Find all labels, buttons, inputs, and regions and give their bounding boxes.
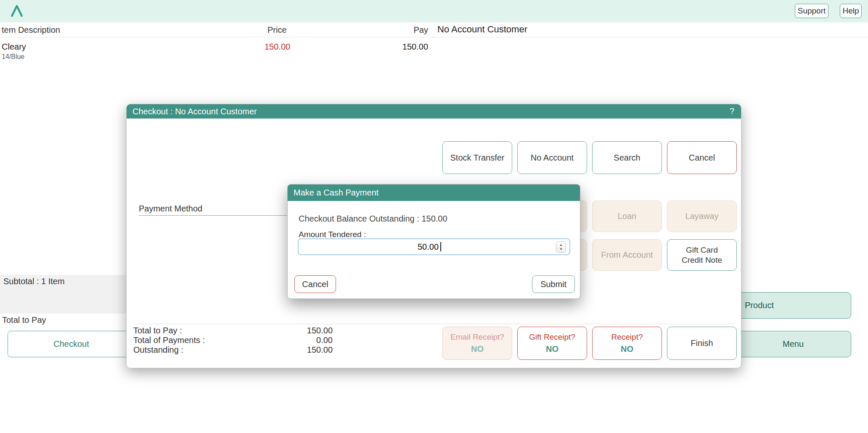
checkout-button[interactable]: Checkout [8, 331, 135, 357]
number-stepper[interactable]: ▲ ▼ [556, 241, 566, 253]
cash-payment-dialog: Make a Cash Payment Checkout Balance Out… [287, 184, 580, 299]
modal-help-icon[interactable]: ? [730, 106, 734, 116]
outstanding-value: 150.00 [307, 345, 333, 355]
total-to-pay-text: Total to Pay [2, 315, 46, 325]
gift-receipt-value: NO [546, 344, 558, 354]
receipt-value: NO [621, 344, 633, 354]
stepper-down-icon[interactable]: ▼ [559, 247, 563, 251]
finish-button[interactable]: Finish [667, 327, 737, 360]
gift-card-line2: Credit Note [682, 255, 722, 265]
cancel-button[interactable]: Cancel [667, 141, 737, 174]
total-of-payments-label: Total of Payments : [133, 335, 205, 345]
text-caret [440, 242, 441, 251]
email-receipt-value: NO [471, 344, 484, 354]
outstanding-row: Outstanding : 150.00 [133, 345, 333, 354]
cash-dialog-title: Make a Cash Payment [294, 188, 378, 198]
support-button[interactable]: Support [795, 4, 828, 18]
amount-tendered-input[interactable] [299, 239, 569, 254]
item-price: 150.00 [265, 42, 290, 52]
menu-button[interactable]: Menu [735, 331, 851, 357]
payment-method-label: Payment Method [139, 204, 202, 214]
gift-receipt-toggle[interactable]: Gift Receipt? NO [517, 327, 587, 360]
balance-outstanding-text: Checkout Balance Outstanding : 150.00 [299, 214, 447, 224]
total-to-pay-row: Total to Pay : 150.00 [133, 326, 333, 335]
item-pay-amount: 150.00 [378, 42, 428, 52]
email-receipt-toggle[interactable]: Email Receipt? NO [442, 327, 512, 360]
modal-footer-divider [133, 324, 734, 324]
top-bar: Support Help [0, 0, 868, 22]
amount-tendered-field-wrap: ▲ ▼ [298, 238, 570, 255]
table-header-divider [0, 37, 868, 37]
column-header-price: Price [267, 25, 287, 35]
help-button[interactable]: Help [840, 4, 862, 18]
amount-tendered-label: Amount Tendered : [299, 230, 366, 239]
email-receipt-label: Email Receipt? [450, 333, 504, 342]
gift-receipt-label: Gift Receipt? [529, 333, 575, 342]
brand-logo-icon [9, 3, 24, 18]
stock-transfer-button[interactable]: Stock Transfer [442, 141, 512, 174]
checkout-modal-title: Checkout : No Account Customer [132, 107, 257, 116]
total-to-pay-label: Total to Pay : [133, 326, 182, 335]
column-header-pay: Pay [378, 25, 428, 35]
receipt-toggle[interactable]: Receipt? NO [592, 327, 662, 360]
pos-screen: Support Help tem Description Price Pay N… [0, 0, 868, 433]
stepper-up-icon[interactable]: ▲ [559, 243, 563, 247]
outstanding-label: Outstanding : [133, 345, 183, 354]
cash-dialog-header: Make a Cash Payment [288, 185, 580, 201]
no-account-button[interactable]: No Account [517, 141, 587, 174]
total-of-payments-row: Total of Payments : 0.00 [133, 335, 333, 345]
from-account-button[interactable]: From Account [592, 239, 662, 271]
total-of-payments-value: 0.00 [316, 335, 333, 345]
receipt-label: Receipt? [611, 333, 643, 342]
column-header-item-description: tem Description [2, 25, 60, 35]
item-variant: 14/Blue [2, 53, 24, 61]
gift-card-line1: Gift Card [686, 245, 718, 255]
gift-card-credit-note-button[interactable]: Gift Card Credit Note [667, 239, 737, 271]
subtotal-text: Subtotal : 1 Item [3, 277, 65, 286]
checkout-modal: Checkout : No Account Customer ? Stock T… [126, 104, 741, 368]
customer-name: No Account Customer [437, 24, 527, 35]
total-to-pay-value: 150.00 [307, 326, 333, 335]
search-button[interactable]: Search [592, 141, 662, 174]
item-name: Cleary [2, 42, 26, 52]
dialog-cancel-button[interactable]: Cancel [294, 275, 336, 293]
loan-button[interactable]: Loan [592, 201, 662, 232]
layaway-button[interactable]: Layaway [667, 201, 737, 232]
dialog-submit-button[interactable]: Submit [532, 275, 575, 293]
checkout-modal-header: Checkout : No Account Customer ? [127, 104, 741, 119]
